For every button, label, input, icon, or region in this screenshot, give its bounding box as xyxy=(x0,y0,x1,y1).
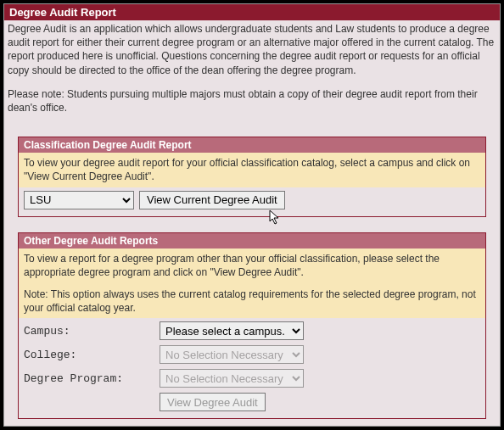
other-campus-select[interactable]: Please select a campus. xyxy=(160,321,304,340)
classification-panel-title: Classification Degree Audit Report xyxy=(19,137,485,153)
program-label: Degree Program: xyxy=(24,372,160,385)
classification-panel-body: LSU View Current Degree Audit xyxy=(19,187,485,216)
classification-campus-select[interactable]: LSU xyxy=(24,191,134,209)
other-reports-panel-body: Campus: Please select a campus. College:… xyxy=(19,318,485,418)
intro-paragraph-1: Degree Audit is an application which all… xyxy=(8,22,496,77)
campus-label: Campus: xyxy=(24,325,160,338)
other-program-select[interactable]: No Selection Necessary xyxy=(160,369,304,388)
other-college-select[interactable]: No Selection Necessary xyxy=(160,345,304,364)
view-degree-audit-button[interactable]: View Degree Audit xyxy=(160,393,266,411)
classification-panel: Classification Degree Audit Report To vi… xyxy=(18,137,486,216)
other-reports-panel: Other Degree Audit Reports To view a rep… xyxy=(18,232,486,420)
intro-text: Degree Audit is an application which all… xyxy=(4,20,500,131)
classification-panel-desc: To view your degree audit report for you… xyxy=(19,153,485,187)
other-desc-2: Note: This option always uses the curren… xyxy=(24,288,480,315)
page-title: Degree Audit Report xyxy=(4,4,500,20)
view-current-degree-audit-button[interactable]: View Current Degree Audit xyxy=(139,191,285,209)
other-reports-panel-desc: To view a report for a degree program ot… xyxy=(19,249,485,319)
page-container: Degree Audit Report Degree Audit is an a… xyxy=(3,3,501,427)
intro-paragraph-2: Please note: Students pursuing multiple … xyxy=(8,87,496,114)
college-label: College: xyxy=(24,349,160,361)
other-desc-1: To view a report for a degree program ot… xyxy=(24,252,480,279)
other-reports-panel-title: Other Degree Audit Reports xyxy=(19,233,485,249)
